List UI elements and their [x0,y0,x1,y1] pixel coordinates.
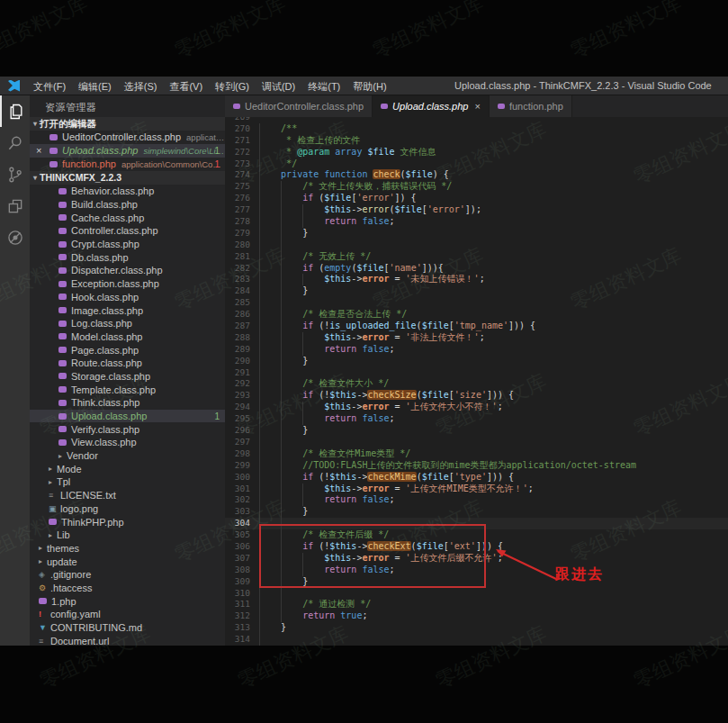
menu-item[interactable]: 终端(T) [301,81,346,92]
tree-file-logo.png[interactable]: ▣logo.png [30,502,225,516]
tree-file-config.yaml[interactable]: !config.yaml [30,608,225,621]
tree-file-1.php[interactable]: 1.php [30,594,225,608]
tree-file-Image.class.php[interactable]: Image.class.php [30,303,225,317]
tree-file-ThinkPHP.php[interactable]: ThinkPHP.php [30,515,225,529]
tree-file-Think.class.php[interactable]: Think.class.php [30,396,225,410]
tree-file-Cache.class.php[interactable]: Cache.class.php [30,211,225,224]
code-line-277: 277 $this->error($file['error']); [225,204,728,216]
tree-file-.gitignore[interactable]: ◈.gitignore [30,568,225,582]
menu-item[interactable]: 调试(D) [256,81,301,92]
tree-folder-Vendor[interactable]: ▸Vendor [30,449,225,463]
menu-item[interactable]: 编辑(E) [72,81,118,92]
php-file-icon [498,104,505,109]
debug-icon[interactable] [0,221,30,253]
code-line-308: 308 return false; [225,565,728,576]
line-number: 312 [225,610,259,622]
tree-file-Route.class.php[interactable]: Route.class.php [30,357,225,370]
vscode-logo-icon [8,80,20,92]
tree-item-label: Document.url [50,636,109,646]
line-number: 291 [225,367,259,379]
tree-item-label: logo.png [60,503,98,514]
php-file-icon [58,188,67,194]
tab-label: Upload.class.php [392,101,468,112]
line-number: 285 [225,297,259,309]
code-line-272: 272 * @param array $file 文件信息 [225,147,728,158]
tree-file-Build.class.php[interactable]: Build.class.php [30,198,225,212]
tree-folder-Mode[interactable]: ▸Mode [30,462,225,475]
tree-file-CONTRIBUTING.md[interactable]: ▼CONTRIBUTING.md [30,621,225,635]
tree-folder-Tpl[interactable]: ▸Tpl [30,475,225,489]
menu-item[interactable]: 文件(F) [27,81,72,92]
watermark-text: 零组资料文库 [0,0,92,64]
tree-file-Controller.class.php[interactable]: Controller.class.php [30,224,225,238]
extensions-icon[interactable] [0,190,30,221]
line-number: 279 [225,228,259,239]
code-line-278: 278 return false; [225,216,728,228]
search-icon[interactable] [0,127,30,158]
tree-folder-Lib[interactable]: ▸Lib [30,529,225,542]
code-editor[interactable]: 269270 /**271 * 检查上传的文件272 * @param arra… [225,117,728,646]
code-line-283: 283 $this->error = '未知上传错误！'; [225,274,728,285]
line-number: 273 [225,158,259,170]
explorer-title: 资源管理器 [30,95,225,117]
code-line-309: 309 } [225,576,728,588]
open-editor-item[interactable]: UeditorController.class.phpapplication\A… [30,131,225,144]
tree-file-Upload.class.php[interactable]: Upload.class.php1 [30,410,225,423]
tree-file-Hook.class.php[interactable]: Hook.class.php [30,291,225,304]
open-editor-item[interactable]: function.phpapplication\Common\Comm...1 [30,158,225,171]
menu-item[interactable]: 帮助(H) [346,81,392,92]
close-icon[interactable]: × [36,144,41,158]
tree-file-View.class.php[interactable]: View.class.php [30,436,225,449]
tab-Upload.class.php[interactable]: Upload.class.php× [373,95,490,117]
explorer-icon[interactable] [0,95,30,127]
tree-file-Log.class.php[interactable]: Log.class.php [30,317,225,330]
tree-file-Db.class.php[interactable]: Db.class.php [30,250,225,264]
tree-file-Document.url[interactable]: ≡Document.url [30,634,225,646]
tree-item-label: Exception.class.php [71,278,159,289]
tree-file-Behavior.class.php[interactable]: Behavior.class.php [30,185,225,198]
tree-file-Dispatcher.class.php[interactable]: Dispatcher.class.php [30,264,225,277]
tree-item-label: Db.class.php [71,252,129,263]
tree-folder-update[interactable]: ▸update [30,555,225,568]
line-number: 292 [225,378,259,390]
tree-root-header[interactable]: ▾ THINKCMFX_2.2.3 [30,171,225,185]
activity-bar [0,95,30,646]
tree-file-.htaccess[interactable]: ⚙.htaccess [30,582,225,595]
tree-item-label: Upload.class.php [71,411,147,421]
line-number: 269 [225,117,259,123]
open-editors-header[interactable]: ▾ 打开的编辑器 [30,117,225,131]
tree-item-label: Route.class.php [71,357,142,368]
tree-file-Exception.class.php[interactable]: Exception.class.php [30,277,225,291]
tree-file-Verify.class.php[interactable]: Verify.class.php [30,422,225,436]
menu-item[interactable]: 选择(S) [118,81,164,92]
tree-file-Template.class.php[interactable]: Template.class.php [30,383,225,396]
line-number: 299 [225,460,259,472]
line-number: 287 [225,321,259,332]
source-control-icon[interactable] [0,158,30,190]
tree-folder-themes[interactable]: ▸themes [30,542,225,556]
code-line-296: 296 } [225,425,728,437]
menu-item[interactable]: 转到(G) [209,81,256,92]
open-editor-item[interactable]: ×Upload.class.phpsimplewind\Core\Library… [30,144,225,158]
tab-function.php[interactable]: function.php [490,95,572,117]
code-line-280: 280 [225,239,728,251]
close-icon[interactable]: × [474,101,480,112]
line-number: 311 [225,599,259,610]
tab-label: UeditorController.class.php [245,101,364,112]
tab-UeditorController.class.php[interactable]: UeditorController.class.php [225,95,373,117]
line-number: 301 [225,484,259,495]
line-number: 288 [225,332,259,344]
code-line-301: 301 $this->error = '上传文件MIME类型不允许！'; [225,484,728,495]
tree-file-Model.class.php[interactable]: Model.class.php [30,330,225,344]
tree-file-LICENSE.txt[interactable]: ≡LICENSE.txt [30,489,225,502]
tree-item-label: Model.class.php [71,331,143,342]
tree-file-Storage.class.php[interactable]: Storage.class.php [30,370,225,384]
open-editors-list: UeditorController.class.phpapplication\A… [30,131,225,171]
window-title: Upload.class.php - ThinkCMFX_2.2.3 - Vis… [454,77,712,95]
php-file-icon [39,598,47,604]
tree-file-Crypt.class.php[interactable]: Crypt.class.php [30,238,225,251]
code-line-270: 270 /** [225,123,728,135]
line-number: 290 [225,356,259,367]
tree-file-Page.class.php[interactable]: Page.class.php [30,343,225,357]
menu-item[interactable]: 查看(V) [163,81,209,92]
